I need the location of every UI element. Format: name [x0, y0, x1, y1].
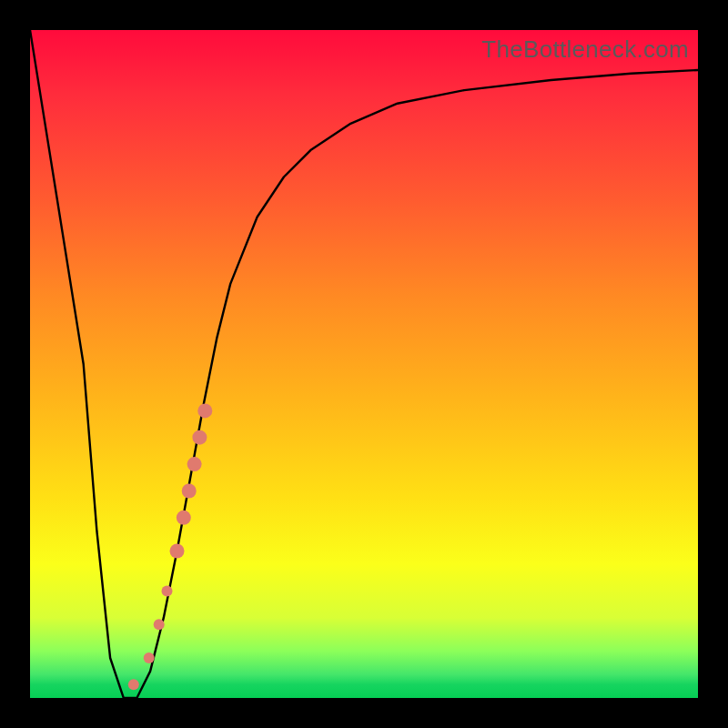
highlight-marker: [144, 652, 155, 663]
chart-frame: TheBottleneck.com: [0, 0, 728, 728]
chart-plot-area: TheBottleneck.com: [30, 30, 698, 698]
chart-svg: [30, 30, 698, 698]
highlight-marker: [128, 679, 139, 690]
highlight-marker: [192, 430, 207, 445]
bottleneck-curve-path: [30, 30, 698, 698]
highlight-marker: [187, 457, 202, 471]
highlight-marker: [197, 403, 212, 418]
highlight-marker: [170, 544, 185, 559]
highlight-marker: [182, 484, 197, 499]
watermark-label: TheBottleneck.com: [481, 35, 689, 64]
highlight-marker: [162, 586, 173, 597]
highlight-marker: [177, 511, 191, 525]
highlight-marker: [154, 619, 165, 630]
highlight-marker-group: [128, 403, 213, 690]
